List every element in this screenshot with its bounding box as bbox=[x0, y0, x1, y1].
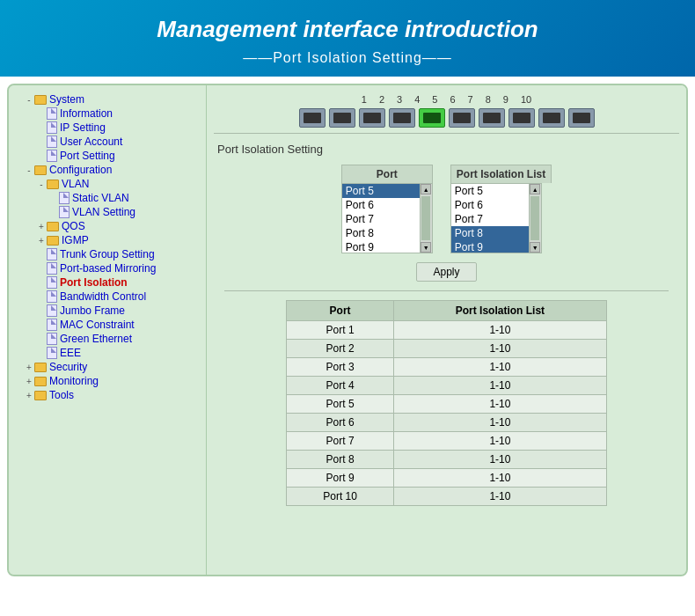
table-row: Port 41-10 bbox=[287, 377, 607, 395]
sidebar-item-user-account[interactable]: User Account bbox=[12, 135, 202, 149]
sidebar-item-bandwidth[interactable]: Bandwidth Control bbox=[12, 290, 202, 304]
apply-button[interactable]: Apply bbox=[416, 262, 476, 282]
folder-icon-security bbox=[34, 363, 47, 372]
port-1[interactable] bbox=[299, 108, 326, 128]
table-header-isolation: Port Isolation List bbox=[394, 301, 607, 321]
port-6[interactable] bbox=[449, 108, 475, 128]
port-visual: 1 2 3 4 5 6 7 8 9 10 bbox=[207, 85, 686, 133]
page-icon-user bbox=[47, 136, 57, 148]
port-8[interactable] bbox=[508, 108, 535, 128]
iso-item-5[interactable]: Port 5 bbox=[451, 184, 529, 198]
sidebar-label-bandwidth: Bandwidth Control bbox=[60, 290, 146, 303]
sidebar-item-green[interactable]: Green Ethernet bbox=[12, 332, 202, 346]
table-row: Port 31-10 bbox=[287, 358, 607, 377]
page-icon-mirror bbox=[47, 262, 57, 275]
sidebar-label-qos: QOS bbox=[62, 220, 85, 232]
sidebar-label-tools: Tools bbox=[49, 389, 74, 401]
port-item-7[interactable]: Port 7 bbox=[342, 212, 420, 226]
sidebar-item-trunk[interactable]: Trunk Group Setting bbox=[12, 247, 202, 261]
table-cell-isolation: 1-10 bbox=[394, 451, 607, 469]
isolation-listbox-container: Port 5 Port 6 Port 7 Port 8 Port 9 Port … bbox=[450, 183, 552, 253]
table-cell-port: Port 9 bbox=[287, 469, 394, 488]
isolation-top: Port Port 5 Port 6 Port 7 Port 8 Port 9 … bbox=[217, 165, 676, 253]
port-listbox[interactable]: Port 5 Port 6 Port 7 Port 8 Port 9 Port … bbox=[341, 183, 421, 253]
toggle-system[interactable]: - bbox=[25, 95, 33, 105]
table-cell-isolation: 1-10 bbox=[394, 432, 607, 451]
iso-item-7[interactable]: Port 7 bbox=[451, 212, 529, 226]
sidebar-item-igmp[interactable]: + IGMP bbox=[12, 233, 202, 247]
page-icon-jumbo bbox=[47, 304, 57, 317]
sidebar-item-system[interactable]: - System bbox=[12, 92, 202, 106]
sidebar-item-port-setting[interactable]: Port Setting bbox=[12, 149, 202, 163]
table-cell-isolation: 1-10 bbox=[394, 377, 607, 395]
sidebar-item-mirroring[interactable]: Port-based Mirroring bbox=[12, 261, 202, 275]
isolation-listbox[interactable]: Port 5 Port 6 Port 7 Port 8 Port 9 Port … bbox=[450, 183, 530, 253]
table-cell-isolation: 1-10 bbox=[394, 340, 607, 358]
port-item-9[interactable]: Port 9 bbox=[342, 240, 420, 253]
table-row: Port 81-10 bbox=[287, 451, 607, 469]
sidebar-item-security[interactable]: + Security bbox=[12, 360, 202, 374]
table-cell-isolation: 1-10 bbox=[394, 395, 607, 414]
table-cell-port: Port 6 bbox=[287, 414, 394, 432]
iso-item-6[interactable]: Port 6 bbox=[451, 198, 529, 212]
table-row: Port 61-10 bbox=[287, 414, 607, 432]
header: Management interface introduction ——Port… bbox=[0, 0, 695, 77]
port-7[interactable] bbox=[479, 108, 505, 128]
section-title: Port Isolation Setting bbox=[217, 143, 676, 156]
table-cell-isolation: 1-10 bbox=[394, 358, 607, 377]
folder-icon-config bbox=[34, 165, 47, 175]
divider-2 bbox=[224, 290, 669, 291]
port-4[interactable] bbox=[389, 108, 415, 128]
isolation-col-header: Port Isolation List bbox=[450, 165, 552, 183]
isolation-scrollbar[interactable]: ▲ ▼ bbox=[530, 183, 542, 253]
sidebar-label-information: Information bbox=[60, 107, 113, 120]
folder-icon-igmp bbox=[47, 236, 59, 246]
port-10[interactable] bbox=[568, 108, 595, 128]
scroll-up-port[interactable]: ▲ bbox=[421, 184, 431, 194]
sidebar-item-static-vlan[interactable]: Static VLAN bbox=[12, 191, 202, 205]
scroll-thumb-iso bbox=[530, 196, 539, 240]
page-icon-information bbox=[47, 107, 57, 120]
sidebar-item-port-isolation[interactable]: Port Isolation bbox=[12, 275, 202, 290]
sidebar-item-tools[interactable]: + Tools bbox=[12, 388, 202, 402]
port-9[interactable] bbox=[538, 108, 565, 128]
sidebar-label-eee: EEE bbox=[60, 347, 81, 359]
sidebar-item-ip-setting[interactable]: IP Setting bbox=[12, 121, 202, 135]
page-icon-bandwidth bbox=[47, 290, 57, 303]
port-item-6[interactable]: Port 6 bbox=[342, 198, 420, 212]
port-5[interactable] bbox=[419, 108, 445, 128]
sidebar-item-information[interactable]: Information bbox=[12, 106, 202, 121]
port-3[interactable] bbox=[359, 108, 385, 128]
sidebar-label-igmp: IGMP bbox=[62, 234, 89, 246]
scroll-down-iso[interactable]: ▼ bbox=[530, 242, 540, 253]
scroll-up-iso[interactable]: ▲ bbox=[530, 184, 540, 194]
table-cell-port: Port 8 bbox=[287, 451, 394, 469]
table-row: Port 11-10 bbox=[287, 321, 607, 340]
sidebar-item-configuration[interactable]: - Configuration bbox=[12, 163, 202, 177]
sidebar-label-static-vlan: Static VLAN bbox=[72, 192, 129, 204]
port-scrollbar[interactable]: ▲ ▼ bbox=[421, 183, 433, 253]
sidebar-item-vlan[interactable]: - VLAN bbox=[12, 177, 202, 191]
scroll-down-port[interactable]: ▼ bbox=[421, 242, 431, 253]
sidebar-item-mac[interactable]: MAC Constraint bbox=[12, 318, 202, 332]
port-item-8[interactable]: Port 8 bbox=[342, 226, 420, 240]
port-select-wrapper: Port Port 5 Port 6 Port 7 Port 8 Port 9 … bbox=[341, 165, 433, 253]
port-2[interactable] bbox=[329, 108, 355, 128]
sidebar-item-vlan-setting[interactable]: VLAN Setting bbox=[12, 205, 202, 219]
sidebar-label-vlan: VLAN bbox=[62, 178, 89, 190]
folder-icon-tools bbox=[34, 391, 47, 400]
sidebar-item-monitoring[interactable]: + Monitoring bbox=[12, 374, 202, 388]
table-cell-isolation: 1-10 bbox=[394, 488, 607, 506]
sidebar-label-isolation: Port Isolation bbox=[60, 276, 128, 289]
iso-item-9[interactable]: Port 9 bbox=[451, 240, 529, 253]
port-listbox-container: Port 5 Port 6 Port 7 Port 8 Port 9 Port … bbox=[341, 183, 433, 253]
port-item-5[interactable]: Port 5 bbox=[342, 184, 420, 198]
table-cell-port: Port 1 bbox=[287, 321, 394, 340]
page-icon-mac bbox=[47, 319, 57, 331]
sidebar-item-jumbo[interactable]: Jumbo Frame bbox=[12, 304, 202, 318]
sidebar-label-trunk: Trunk Group Setting bbox=[60, 248, 155, 260]
page-icon-port-setting bbox=[47, 150, 57, 162]
iso-item-8[interactable]: Port 8 bbox=[451, 226, 529, 240]
sidebar-item-qos[interactable]: + QOS bbox=[12, 219, 202, 233]
sidebar-item-eee[interactable]: EEE bbox=[12, 346, 202, 360]
